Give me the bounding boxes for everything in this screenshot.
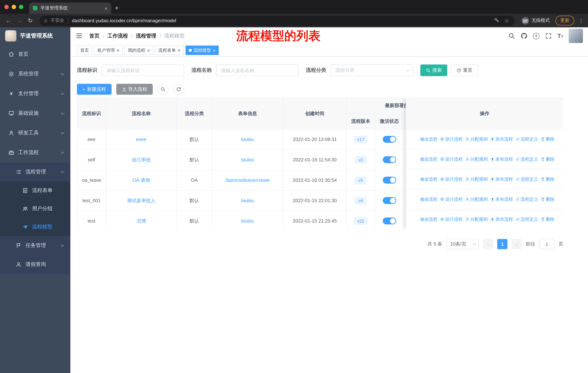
action-publish[interactable]: 发布流程 — [490, 196, 513, 202]
tab-tag[interactable]: 首页 — [77, 46, 92, 55]
close-icon[interactable]: × — [117, 48, 119, 53]
action-delete[interactable]: 删除 — [541, 176, 555, 182]
action-modify[interactable]: 修改流程 — [415, 196, 437, 202]
help-icon[interactable]: ? — [533, 33, 539, 39]
process-name-link[interactable]: 滔博 — [136, 218, 146, 224]
forward-icon[interactable]: → — [15, 17, 24, 24]
page-size-select[interactable]: 10条/页 — [446, 239, 479, 249]
process-name-link[interactable]: 测试多审批人 — [127, 197, 156, 204]
bookmark-star-icon[interactable]: ☆ — [503, 18, 510, 23]
tab-tag[interactable]: 租户管理 × — [94, 46, 123, 55]
close-icon[interactable]: × — [178, 48, 180, 53]
back-icon[interactable]: ← — [4, 17, 13, 24]
breadcrumb-item[interactable]: 首页 — [89, 33, 100, 39]
sidebar-item-task-manage[interactable]: 任务管理 — [0, 236, 70, 255]
active-toggle[interactable] — [383, 156, 396, 163]
search-icon[interactable] — [508, 32, 515, 39]
process-name-link[interactable]: eeee — [136, 137, 147, 142]
action-publish[interactable]: 发布流程 — [490, 136, 513, 142]
action-define[interactable]: 流程定义 — [515, 176, 538, 182]
action-assign[interactable]: 分配规则 — [465, 216, 488, 222]
process-name-link[interactable]: 自己审批 — [132, 156, 151, 163]
tab-close-icon[interactable]: × — [105, 5, 107, 11]
form-link[interactable]: /bpm/oa/leave/create — [225, 177, 270, 183]
hamburger-icon[interactable] — [75, 32, 84, 40]
fullscreen-icon[interactable] — [545, 32, 552, 39]
sidebar-item-bpm-model[interactable]: 流程模型 — [0, 218, 70, 236]
import-process-button[interactable]: 导入流程 — [116, 84, 153, 95]
sidebar-item-leave-query[interactable]: 请假查询 — [0, 255, 70, 274]
action-design[interactable]: 设计流程 — [440, 136, 462, 142]
action-delete[interactable]: 删除 — [541, 216, 555, 222]
sidebar-item-bpm-form[interactable]: 流程表单 — [0, 181, 70, 200]
github-icon[interactable] — [521, 32, 527, 39]
action-define[interactable]: 流程定义 — [515, 216, 538, 222]
action-design[interactable]: 设计流程 — [440, 156, 462, 162]
minimize-window-button[interactable] — [12, 5, 16, 9]
browser-menu-icon[interactable]: ⋮ — [578, 17, 584, 24]
active-toggle[interactable] — [383, 136, 396, 143]
sidebar-item-home[interactable]: 首页 — [0, 44, 70, 64]
breadcrumb-item[interactable]: 流程管理 — [136, 33, 156, 39]
browser-tab[interactable]: 芋道管理系统 × — [29, 2, 111, 14]
action-delete[interactable]: 删除 — [541, 136, 555, 142]
breadcrumb-item[interactable]: 工作流程 — [107, 33, 128, 39]
reload-icon[interactable]: ↻ — [26, 17, 35, 24]
security-label[interactable]: 不安全 — [51, 18, 68, 24]
new-tab-button[interactable]: + — [115, 4, 119, 14]
tab-tag[interactable]: 流程表单 × — [155, 46, 184, 55]
tab-tag[interactable]: 我的流程 × — [125, 46, 153, 55]
action-assign[interactable]: 分配规则 — [465, 156, 488, 162]
create-process-button[interactable]: + 新建流程 — [77, 84, 111, 95]
action-publish[interactable]: 发布流程 — [490, 176, 513, 182]
search-button[interactable]: 搜索 — [420, 64, 447, 76]
action-modify[interactable]: 修改流程 — [415, 156, 437, 162]
action-define[interactable]: 流程定义 — [515, 196, 538, 202]
font-size-icon[interactable]: TT — [557, 33, 563, 39]
action-define[interactable]: 流程定义 — [515, 156, 538, 162]
close-icon[interactable]: × — [213, 48, 216, 53]
close-window-button[interactable] — [4, 5, 9, 9]
process-name-link[interactable]: OA 请假 — [133, 177, 150, 183]
key-icon[interactable] — [493, 17, 500, 24]
refresh-table-button[interactable] — [173, 84, 184, 95]
goto-page-input[interactable] — [539, 239, 555, 249]
sidebar-item-system[interactable]: 系统管理 — [0, 64, 70, 84]
form-link[interactable]: biubiu — [241, 198, 254, 203]
action-publish[interactable]: 发布流程 — [490, 156, 513, 162]
sidebar-item-infra[interactable]: 基础设施 — [0, 103, 70, 123]
action-assign[interactable]: 分配规则 — [465, 196, 488, 202]
user-avatar[interactable] — [569, 29, 583, 43]
update-button[interactable]: 更新 — [556, 16, 574, 26]
url-text[interactable]: dashboard.yudao.iocoder.cn/bpm/manager/m… — [71, 18, 490, 23]
sidebar-item-pay[interactable]: 支付管理 — [0, 84, 70, 103]
prev-page-button[interactable]: ‹ — [483, 239, 493, 249]
reset-button[interactable]: 重置 — [451, 64, 478, 76]
sidebar-item-user-group[interactable]: 用户分组 — [0, 200, 70, 218]
action-design[interactable]: 设计流程 — [440, 196, 462, 202]
action-delete[interactable]: 删除 — [541, 156, 555, 162]
next-page-button[interactable]: › — [511, 239, 522, 249]
action-define[interactable]: 流程定义 — [515, 136, 538, 142]
close-icon[interactable]: × — [147, 48, 150, 53]
action-assign[interactable]: 分配规则 — [465, 176, 488, 182]
action-design[interactable]: 设计流程 — [440, 216, 462, 222]
form-link[interactable]: biubiu — [241, 137, 254, 142]
page-number-1[interactable]: 1 — [497, 239, 507, 249]
process-key-input[interactable] — [102, 64, 184, 76]
toggle-search-button[interactable] — [157, 84, 168, 95]
active-toggle[interactable] — [383, 197, 396, 204]
action-modify[interactable]: 修改流程 — [415, 176, 437, 182]
action-assign[interactable]: 分配规则 — [465, 136, 488, 142]
zoom-window-button[interactable] — [19, 5, 23, 9]
active-toggle[interactable] — [383, 217, 396, 224]
form-link[interactable]: biubiu — [241, 157, 254, 162]
category-select[interactable]: 流程分类 — [331, 64, 413, 76]
url-bar[interactable]: ⚠ 不安全 dashboard.yudao.iocoder.cn/bpm/man… — [39, 15, 515, 26]
tab-tag[interactable]: 流程模型 × — [186, 46, 219, 55]
sidebar-item-bpm-manage[interactable]: 流程管理 — [0, 162, 70, 181]
action-modify[interactable]: 修改流程 — [415, 216, 437, 222]
active-toggle[interactable] — [383, 177, 396, 184]
action-design[interactable]: 设计流程 — [440, 176, 462, 182]
action-delete[interactable]: 删除 — [541, 196, 555, 202]
